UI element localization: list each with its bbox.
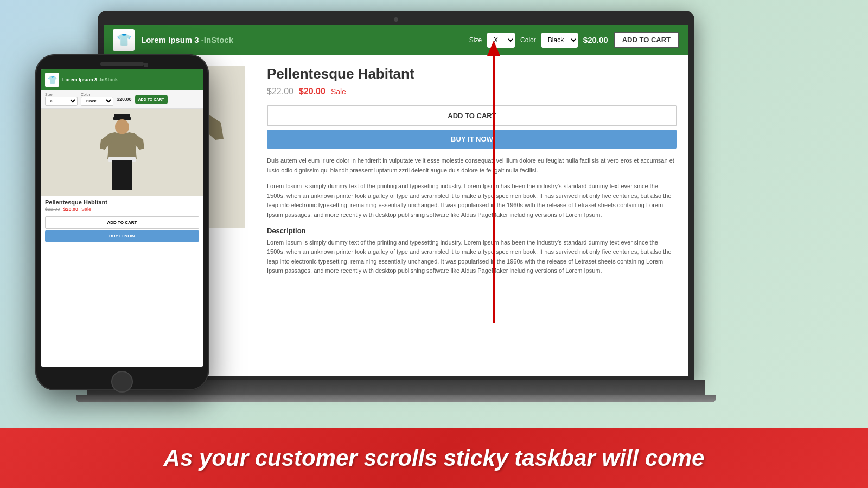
phone-size-group: Size X S M: [45, 93, 78, 106]
phone-frame: 👕 Lorem Ipsum 3 -InStock Size X S M: [35, 54, 209, 390]
phone-title-text: Lorem Ipsum 3: [62, 77, 97, 82]
phone-price-label: Sale: [81, 207, 91, 212]
product-description-3: Lorem Ipsum is simply dummy text of the …: [267, 238, 677, 276]
phone-home-button[interactable]: [111, 371, 133, 393]
header-title-text: Lorem Ipsum 3: [141, 35, 199, 44]
phone-add-to-cart-button[interactable]: ADD TO CART: [45, 216, 199, 229]
phone-controls-add-button[interactable]: ADD TO CART: [135, 95, 168, 104]
phone-screen: 👕 Lorem Ipsum 3 -InStock Size X S M: [41, 69, 203, 367]
header-add-to-cart-button[interactable]: ADD TO CART: [614, 32, 679, 48]
header-price: $20.00: [583, 35, 608, 44]
phone-header: 👕 Lorem Ipsum 3 -InStock: [41, 69, 203, 90]
product-price-original: $22.00: [267, 87, 293, 97]
red-arrow-container: [486, 41, 502, 325]
phone-logo-icon: 👕: [48, 75, 57, 84]
product-description-1: Duis autem vel eum iriure dolor in hendr…: [267, 156, 677, 175]
phone-size-select[interactable]: X S M: [45, 97, 78, 106]
svg-marker-8: [487, 41, 500, 56]
phone-camera: [144, 63, 148, 67]
bottom-banner: As your customer scrolls sticky taskbar …: [0, 428, 868, 488]
header-instock-text: -InStock: [199, 35, 233, 44]
phone-instock-text: -InStock: [97, 77, 118, 82]
product-buy-now-button[interactable]: BUY IT NOW: [267, 130, 677, 149]
product-add-to-cart-button[interactable]: ADD TO CART: [267, 105, 677, 126]
product-price-sale: $20.00: [299, 87, 326, 97]
red-arrow-svg: [486, 41, 502, 323]
phone-logo-box: 👕: [45, 73, 59, 87]
phone-controls-price: $20.00: [117, 97, 132, 102]
header-logo-box: 👕: [113, 29, 135, 51]
phone-price-original: $22.00: [45, 207, 60, 212]
product-price-label: Sale: [331, 87, 346, 96]
phone-color-select[interactable]: Black White: [81, 97, 113, 106]
phone-product-title: Pellentesque Habitant: [41, 196, 203, 207]
product-title: Pellentesque Habitant: [267, 66, 677, 82]
phone-speaker: [100, 62, 144, 66]
site-header: 👕 Lorem Ipsum 3 -InStock Size X S M L XL…: [104, 25, 688, 55]
phone-color-label: Color: [81, 93, 113, 97]
svg-point-11: [115, 119, 129, 134]
header-size-label: Size: [469, 36, 482, 44]
phone-device: 👕 Lorem Ipsum 3 -InStock Size X S M: [35, 54, 209, 390]
phone-buy-now-button[interactable]: BUY IT NOW: [45, 230, 199, 242]
svg-rect-13: [112, 160, 132, 190]
header-site-title: Lorem Ipsum 3 -InStock: [141, 35, 233, 44]
product-details: Pellentesque Habitant $22.00 $20.00 Sale…: [267, 66, 677, 365]
phone-controls: Size X S M Color Black White $20.00 ADD …: [41, 90, 203, 109]
header-color-label: Color: [520, 36, 536, 44]
product-description-2: Lorem Ipsum is simply dummy text of the …: [267, 182, 677, 220]
laptop-camera: [394, 17, 398, 22]
phone-product-image: [41, 109, 203, 196]
phone-product-price: $22.00 $20.00 Sale: [41, 207, 203, 214]
product-price-row: $22.00 $20.00 Sale: [267, 87, 677, 97]
header-color-select[interactable]: Black White Grey: [541, 33, 578, 48]
laptop-foot: [76, 395, 716, 402]
svg-rect-7: [493, 54, 495, 323]
product-description-heading: Description: [267, 227, 677, 235]
phone-header-title: Lorem Ipsum 3 -InStock: [62, 77, 118, 82]
phone-figure-svg: [98, 111, 146, 195]
phone-price-sale: $20.00: [63, 207, 79, 212]
header-logo-icon: 👕: [117, 33, 131, 47]
phone-color-group: Color Black White: [81, 93, 113, 106]
banner-text: As your customer scrolls sticky taskbar …: [164, 445, 705, 471]
phone-size-label: Size: [45, 93, 78, 97]
